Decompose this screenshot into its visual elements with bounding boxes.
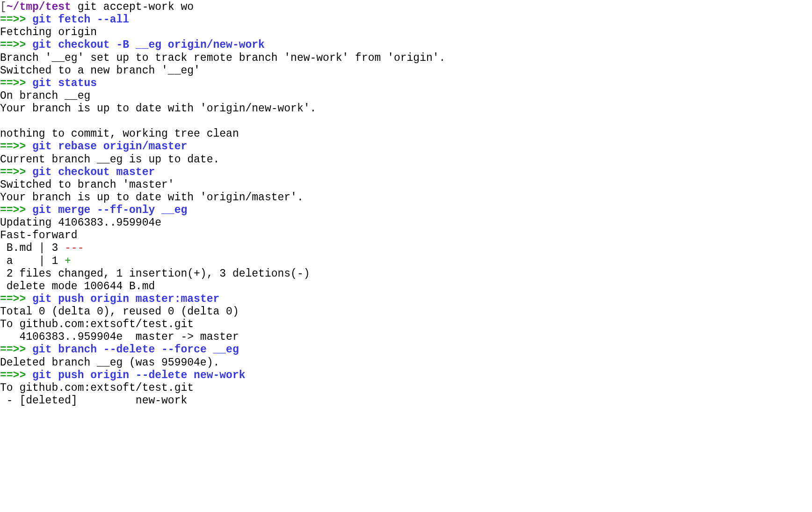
output-line: On branch __eg (0, 90, 90, 102)
output-line: 4106383..959904e master -> master (0, 331, 239, 343)
output-line: Your branch is up to date with 'origin/n… (0, 102, 316, 115)
step-command-3: git rebase origin/master (26, 140, 187, 153)
output-line: Deleted branch __eg (was 959904e). (0, 357, 219, 369)
output-line: nothing to commit, working tree clean (0, 128, 239, 140)
step-command-5: git merge --ff-only __eg (26, 204, 187, 216)
step-arrow: ==>> (0, 77, 26, 89)
step-arrow: ==>> (0, 344, 26, 356)
step-command-4: git checkout master (26, 166, 155, 178)
prompt-cwd: ~/tmp/test (7, 1, 71, 13)
step-arrow: ==>> (0, 204, 26, 216)
typed-command: git accept-work wo (71, 1, 194, 13)
step-arrow: ==>> (0, 14, 26, 26)
step-arrow: ==>> (0, 369, 26, 381)
output-line: To github.com:extsoft/test.git (0, 318, 194, 330)
step-arrow: ==>> (0, 166, 26, 178)
output-line: Updating 4106383..959904e (0, 217, 161, 229)
step-command-7: git branch --delete --force __eg (26, 344, 239, 356)
output-line: Fast-forward (0, 229, 78, 241)
output-line: Current branch __eg is up to date. (0, 154, 219, 166)
output-line: To github.com:extsoft/test.git (0, 382, 194, 394)
output-line: Total 0 (delta 0), reused 0 (delta 0) (0, 306, 239, 318)
step-arrow: ==>> (0, 140, 26, 153)
output-line: - [deleted] new-work (0, 395, 187, 407)
step-command-0: git fetch --all (26, 14, 129, 26)
output-line: Your branch is up to date with 'origin/m… (0, 191, 304, 204)
step-arrow: ==>> (0, 39, 26, 51)
step-command-1: git checkout -B __eg origin/new-work (26, 39, 265, 51)
diffstat-marks: --- (65, 242, 84, 254)
terminal-output[interactable]: [~/tmp/test git accept-work wo ==>> git … (0, 0, 812, 407)
step-command-6: git push origin master:master (26, 293, 219, 305)
output-line: Switched to a new branch '__eg' (0, 65, 200, 77)
diffstat-file: a | 1 (0, 255, 65, 267)
step-command-2: git status (26, 77, 97, 89)
diffstat-file: B.md | 3 (0, 242, 65, 254)
step-command-8: git push origin --delete new-work (26, 369, 245, 381)
output-line: Switched to branch 'master' (0, 179, 174, 191)
diffstat-marks: + (65, 255, 71, 267)
output-line: Branch '__eg' set up to track remote bra… (0, 52, 445, 64)
output-line: delete mode 100644 B.md (0, 280, 155, 293)
output-line: Fetching origin (0, 26, 97, 38)
prompt-bracket: [ (0, 1, 7, 13)
output-line: 2 files changed, 1 insertion(+), 3 delet… (0, 268, 310, 280)
step-arrow: ==>> (0, 293, 26, 305)
